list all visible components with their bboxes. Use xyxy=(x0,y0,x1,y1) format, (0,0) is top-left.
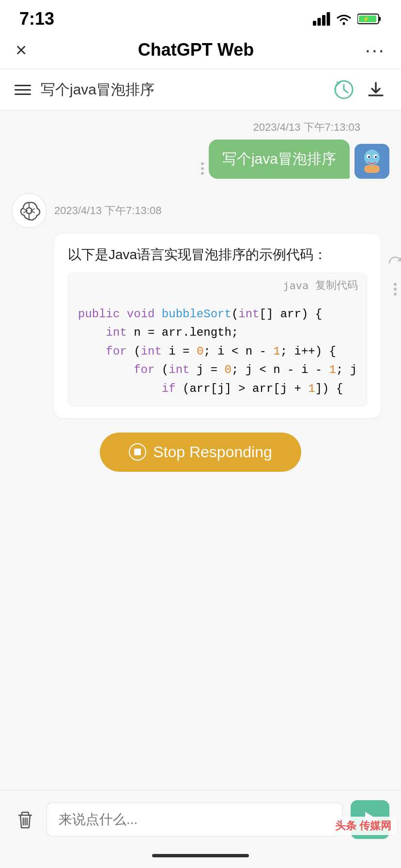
svg-rect-3 xyxy=(327,12,330,26)
user-message-block: 2023/4/13 下午7:13:03 写个java冒泡排序 xyxy=(12,120,389,179)
close-button[interactable]: × xyxy=(15,40,27,60)
signal-icon xyxy=(313,12,330,26)
ai-right-icons xyxy=(386,253,401,299)
code-content: public void bubbleSort(int[] arr) { int … xyxy=(68,297,367,406)
toolbar: 写个java冒泡排序 xyxy=(0,69,401,110)
trash-button[interactable] xyxy=(12,806,39,833)
openai-logo-icon xyxy=(17,199,41,223)
battery-icon: ⚡ xyxy=(357,13,382,25)
nav-bar: × ChatGPT Web ··· xyxy=(0,34,401,69)
user-bubble: 写个java冒泡排序 xyxy=(209,140,350,179)
status-time: 7:13 xyxy=(19,9,54,29)
vertical-dots-icon xyxy=(394,283,397,295)
stop-responding-label: Stop Responding xyxy=(153,443,272,461)
svg-point-4 xyxy=(343,23,345,25)
code-lang-label: java xyxy=(283,279,308,292)
user-message-row: 写个java冒泡排序 xyxy=(201,140,389,179)
menu-button[interactable] xyxy=(15,85,31,95)
svg-point-11 xyxy=(364,150,380,165)
chat-area: 2023/4/13 下午7:13:03 写个java冒泡排序 xyxy=(0,110,401,491)
ai-message-row: 以下是Java语言实现冒泡排序的示例代码： java 复制代码 public v… xyxy=(12,234,401,418)
ai-message-header: 2023/4/13 下午7:13:08 xyxy=(12,193,161,228)
svg-point-15 xyxy=(375,156,377,158)
download-icon xyxy=(365,79,386,100)
user-message-more[interactable] xyxy=(201,162,204,175)
svg-rect-6 xyxy=(379,17,381,21)
user-message-time: 2023/4/13 下午7:13:03 xyxy=(253,120,360,135)
download-icon-button[interactable] xyxy=(365,79,386,100)
user-avatar xyxy=(355,144,389,179)
more-button[interactable]: ··· xyxy=(365,40,386,60)
svg-point-14 xyxy=(368,156,370,158)
copy-code-button[interactable]: 复制代码 xyxy=(315,278,358,293)
toolbar-search-text: 写个java冒泡排序 xyxy=(41,80,324,100)
status-bar: 7:13 ⚡ xyxy=(0,0,401,34)
clock-icon xyxy=(333,79,355,100)
refresh-icon-button[interactable] xyxy=(386,253,401,273)
watermark: 头条 传媒网 xyxy=(330,817,396,835)
home-indicator xyxy=(0,848,401,861)
status-icons: ⚡ xyxy=(313,12,382,26)
svg-rect-2 xyxy=(322,15,325,26)
history-icon-button[interactable] xyxy=(333,79,355,100)
svg-rect-16 xyxy=(364,165,380,173)
code-block: java 复制代码 public void bubbleSort(int[] a… xyxy=(68,273,367,406)
ai-avatar xyxy=(12,193,46,228)
svg-rect-1 xyxy=(318,18,321,26)
code-header: java 复制代码 xyxy=(68,273,367,297)
home-bar xyxy=(152,854,249,857)
wifi-icon xyxy=(335,12,353,26)
svg-text:⚡: ⚡ xyxy=(363,16,370,22)
ai-message-time: 2023/4/13 下午7:13:08 xyxy=(54,203,161,218)
refresh-icon xyxy=(386,254,401,272)
ai-message-block: 2023/4/13 下午7:13:08 以下是Java语言实现冒泡排序的示例代码… xyxy=(12,193,389,418)
stop-responding-button[interactable]: Stop Responding xyxy=(100,433,301,472)
more-options-icon-button[interactable] xyxy=(386,279,401,299)
trash-icon xyxy=(14,808,36,831)
stop-square-icon xyxy=(134,449,141,455)
stop-circle-icon xyxy=(129,443,146,461)
nav-title: ChatGPT Web xyxy=(138,40,254,60)
ai-intro-text: 以下是Java语言实现冒泡排序的示例代码： xyxy=(68,246,367,264)
ai-bubble: 以下是Java语言实现冒泡排序的示例代码： java 复制代码 public v… xyxy=(54,234,381,418)
svg-rect-0 xyxy=(313,21,316,26)
stop-button-container: Stop Responding xyxy=(12,433,389,472)
message-input[interactable] xyxy=(46,803,343,837)
toolbar-right-icons xyxy=(333,79,386,100)
